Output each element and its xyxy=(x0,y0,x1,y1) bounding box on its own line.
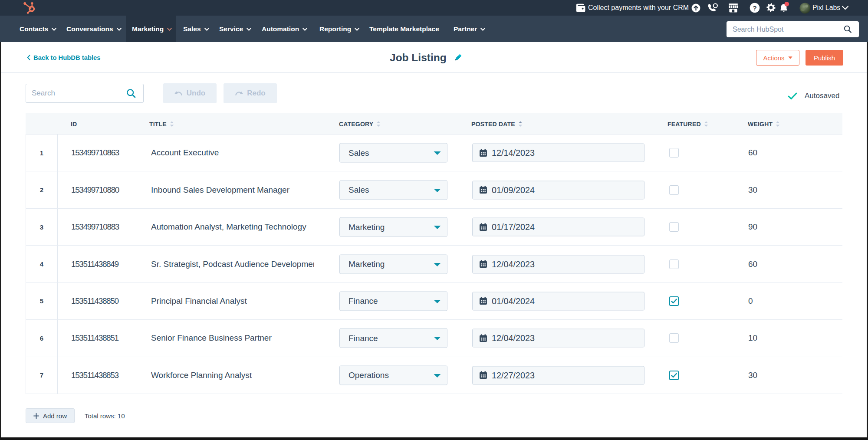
svg-text:?: ? xyxy=(753,4,756,12)
